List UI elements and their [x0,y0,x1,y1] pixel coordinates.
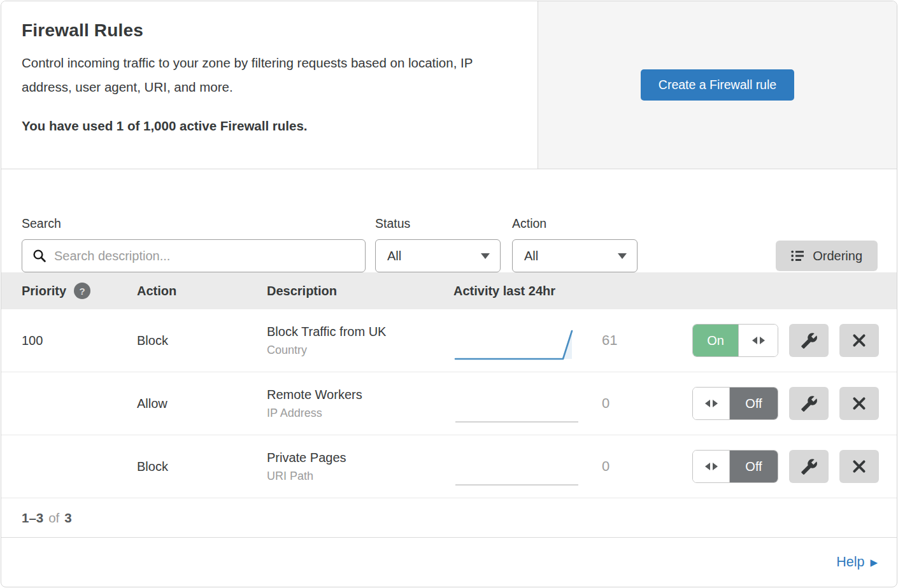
activity-count: 61 [602,332,617,349]
rule-description: Private Pages [267,451,453,465]
edit-rule-button[interactable] [789,450,829,483]
table-row: 100 Block Block Traffic from UK Country … [1,309,897,372]
firewall-rules-panel: Firewall Rules Control incoming traffic … [1,1,897,587]
wrench-icon [801,458,818,475]
chevron-down-icon [481,253,490,259]
activity-sparkline [453,389,584,426]
left-right-arrows-icon [705,463,718,470]
toggle-state-label: Off [730,388,778,419]
close-icon [851,458,867,475]
table-row: Block Private Pages URI Path 0 Off [1,435,897,498]
delete-rule-button[interactable] [839,387,879,420]
delete-rule-button[interactable] [839,324,879,357]
wrench-icon [801,332,818,349]
activity-sparkline [453,326,584,363]
pagination-bar: 1–3 of 3 [1,498,897,538]
action-select-value: All [524,249,538,263]
page-description: Control incoming traffic to your zone by… [22,51,512,99]
status-select[interactable]: All [375,239,501,272]
status-select-value: All [387,249,401,263]
toggle-knob [693,451,730,482]
pagination-of: of [48,510,59,526]
help-link-label: Help [836,554,864,570]
column-description: Description [267,284,453,298]
column-priority: Priority [22,284,66,298]
edit-rule-button[interactable] [789,387,829,420]
rule-enabled-toggle[interactable]: On [692,324,778,357]
toggle-knob [738,325,778,356]
panel-footer: Help ▶ [1,538,897,587]
priority-help-icon[interactable]: ? [74,283,90,299]
arrow-right-icon: ▶ [870,557,878,567]
toggle-state-label: On [693,325,738,356]
wrench-icon [801,395,818,412]
status-label: Status [375,216,501,231]
table-row: Allow Remote Workers IP Address 0 Off [1,372,897,435]
close-icon [851,395,867,412]
rule-priority: 100 [22,333,137,348]
toggle-knob [693,388,730,419]
toggle-state-label: Off [730,451,778,482]
activity-count: 0 [602,395,609,412]
rule-enabled-toggle[interactable]: Off [692,450,778,483]
rule-description: Remote Workers [267,388,453,402]
rule-enabled-toggle[interactable]: Off [692,387,778,420]
ordering-list-icon [791,250,805,262]
create-firewall-rule-button[interactable]: Create a Firewall rule [641,69,794,101]
help-link[interactable]: Help ▶ [836,554,878,570]
search-input[interactable] [54,249,356,263]
search-box [22,239,366,272]
filter-bar: Search Status All Action All [1,169,897,272]
rule-action: Allow [137,396,267,411]
rule-action: Block [137,459,267,474]
chevron-down-icon [618,253,627,259]
close-icon [851,332,867,349]
left-right-arrows-icon [705,400,718,407]
search-label: Search [22,216,366,231]
action-label: Action [512,216,638,231]
column-action: Action [137,284,267,298]
pagination-total: 3 [64,510,71,526]
ordering-button-label: Ordering [813,249,862,263]
pagination-range: 1–3 [22,510,43,526]
left-right-arrows-icon [752,337,765,344]
rule-match-type: URI Path [267,470,453,483]
table-header: Priority ? Action Description Activity l… [1,272,897,309]
rule-description: Block Traffic from UK [267,325,453,339]
page-header: Firewall Rules Control incoming traffic … [1,1,897,169]
activity-count: 0 [602,458,609,475]
activity-sparkline [453,452,584,489]
page-header-text: Firewall Rules Control incoming traffic … [1,1,538,169]
rule-match-type: IP Address [267,407,453,420]
rule-match-type: Country [267,344,453,357]
page-header-actions: Create a Firewall rule [538,1,897,169]
rule-action: Block [137,333,267,348]
action-select[interactable]: All [512,239,638,272]
delete-rule-button[interactable] [839,450,879,483]
page-title: Firewall Rules [22,20,512,41]
search-icon [32,249,46,263]
column-activity: Activity last 24hr [453,284,692,298]
ordering-button[interactable]: Ordering [776,241,878,271]
edit-rule-button[interactable] [789,324,829,357]
usage-summary: You have used 1 of 1,000 active Firewall… [22,118,512,134]
